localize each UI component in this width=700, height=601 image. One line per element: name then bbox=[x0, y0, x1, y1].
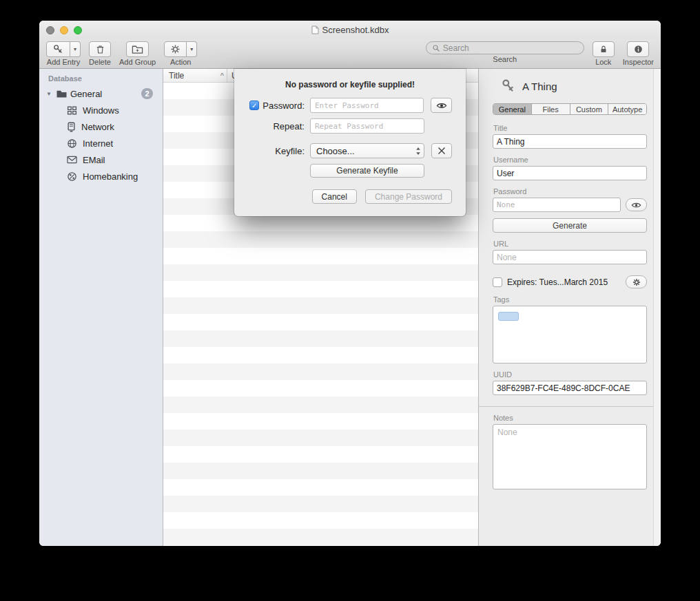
inspector-label: Inspector bbox=[623, 58, 654, 66]
dialog-actions: Cancel Change Password bbox=[234, 189, 452, 204]
password-checkbox[interactable]: ✓ bbox=[249, 101, 259, 110]
dropdown-arrows-icon bbox=[415, 147, 421, 156]
window-title-group: Screenshot.kdbx bbox=[311, 25, 389, 35]
action-dropdown[interactable]: ▾ bbox=[187, 41, 197, 57]
generate-button-label: Generate bbox=[553, 221, 587, 231]
dialog-password-label: Password: bbox=[262, 101, 305, 111]
search-field[interactable] bbox=[426, 41, 584, 54]
keyfile-dropdown[interactable]: Choose... bbox=[310, 143, 424, 158]
minimize-button[interactable] bbox=[60, 26, 68, 34]
entry-title: A Thing bbox=[522, 81, 557, 92]
expires-label: Expires: Tues...March 2015 bbox=[507, 277, 608, 287]
dialog-reveal-password-button[interactable] bbox=[431, 98, 452, 113]
trash-icon bbox=[95, 44, 105, 55]
title-field[interactable] bbox=[493, 134, 647, 149]
windows-icon bbox=[67, 106, 77, 115]
sidebar-item-homebanking[interactable]: Homebanking bbox=[39, 168, 163, 184]
search-input[interactable] bbox=[443, 43, 578, 53]
delete-label: Delete bbox=[89, 58, 111, 66]
column-title-label: Title bbox=[169, 71, 184, 81]
action-button[interactable] bbox=[164, 41, 187, 57]
expires-checkbox[interactable] bbox=[493, 277, 502, 287]
password-row bbox=[493, 198, 647, 212]
sort-indicator-icon: ^ bbox=[220, 72, 224, 80]
cancel-button-label: Cancel bbox=[322, 192, 347, 202]
titlebar[interactable]: Screenshot.kdbx bbox=[39, 21, 661, 39]
inspector-button[interactable] bbox=[627, 41, 649, 57]
dialog-keyfile-row: Keyfile: Choose... bbox=[243, 143, 452, 158]
info-icon bbox=[633, 44, 644, 54]
inspector-header: A Thing bbox=[501, 78, 647, 94]
delete-button[interactable] bbox=[89, 41, 111, 57]
folder-plus-icon bbox=[132, 44, 143, 54]
tag-chip[interactable] bbox=[498, 312, 519, 321]
lock-group: Lock bbox=[593, 41, 615, 66]
notes-field[interactable] bbox=[493, 424, 647, 489]
add-entry-label: Add Entry bbox=[47, 58, 80, 66]
column-header-title[interactable]: Title ^ bbox=[163, 69, 227, 82]
password-field[interactable] bbox=[493, 198, 621, 212]
uuid-field-label: UUID bbox=[493, 370, 647, 379]
add-group-label: Add Group bbox=[119, 58, 156, 66]
sidebar-item-label: EMail bbox=[83, 155, 105, 165]
generate-password-button[interactable]: Generate bbox=[493, 218, 647, 233]
inspector-toggle-group: Inspector bbox=[623, 41, 654, 66]
reveal-password-button[interactable] bbox=[626, 198, 647, 211]
eye-icon bbox=[631, 202, 641, 209]
close-x-icon bbox=[438, 147, 446, 155]
window-title: Screenshot.kdbx bbox=[322, 25, 389, 35]
change-password-button-label: Change Password bbox=[375, 192, 442, 202]
username-field[interactable] bbox=[493, 166, 647, 180]
tags-field[interactable] bbox=[493, 306, 647, 363]
lock-button[interactable] bbox=[593, 41, 615, 57]
sidebar-item-label: Windows bbox=[83, 105, 119, 116]
change-password-button[interactable]: Change Password bbox=[365, 189, 452, 204]
gear-icon bbox=[632, 278, 641, 286]
inspector-scrollbar[interactable] bbox=[653, 69, 661, 546]
sidebar-item-general[interactable]: ▼ General 2 bbox=[39, 85, 163, 102]
tab-files[interactable]: Files bbox=[532, 104, 570, 114]
dialog-repeat-label: Repeat: bbox=[273, 121, 305, 131]
dialog-password-row: ✓ Password: bbox=[243, 98, 452, 113]
sidebar-item-windows[interactable]: Windows bbox=[39, 102, 163, 118]
sidebar-item-label: Homebanking bbox=[83, 171, 138, 182]
generate-keyfile-button[interactable]: Generate Keyfile bbox=[310, 164, 424, 178]
dialog-repeat-row: Repeat: bbox=[243, 118, 452, 134]
url-field[interactable] bbox=[493, 250, 647, 264]
add-entry-button[interactable] bbox=[46, 41, 70, 57]
sidebar-item-network[interactable]: Network bbox=[39, 118, 163, 135]
sidebar-item-email[interactable]: EMail bbox=[39, 151, 163, 168]
delete-group: Delete bbox=[89, 41, 111, 66]
expires-row: Expires: Tues...March 2015 bbox=[493, 275, 647, 288]
inspector-divider bbox=[479, 406, 661, 407]
inspector-tabs: General Files Custom Autotype bbox=[493, 103, 647, 115]
dialog-password-input[interactable] bbox=[310, 98, 424, 113]
sidebar-item-internet[interactable]: Internet bbox=[39, 135, 163, 151]
folder-icon bbox=[56, 89, 68, 98]
dialog-repeat-input[interactable] bbox=[310, 118, 424, 134]
search-icon bbox=[432, 44, 440, 52]
tab-custom[interactable]: Custom bbox=[570, 104, 609, 114]
envelope-icon bbox=[67, 156, 77, 164]
clear-keyfile-button[interactable] bbox=[431, 143, 452, 158]
traffic-lights bbox=[46, 26, 82, 34]
tab-autotype[interactable]: Autotype bbox=[608, 104, 646, 114]
disclosure-triangle-icon[interactable]: ▼ bbox=[46, 91, 53, 97]
uuid-field[interactable] bbox=[493, 381, 647, 395]
add-entry-dropdown[interactable]: ▾ bbox=[70, 41, 81, 57]
desktop-background: Screenshot.kdbx ▾ Add Entry bbox=[0, 0, 700, 601]
sidebar: Database ▼ General 2 Windows bbox=[39, 69, 163, 546]
inspector-panel: A Thing General Files Custom Autotype Ti… bbox=[479, 69, 661, 546]
generate-keyfile-label: Generate Keyfile bbox=[336, 166, 398, 176]
notes-field-label: Notes bbox=[493, 414, 647, 422]
expires-settings-button[interactable] bbox=[626, 275, 647, 288]
cancel-button[interactable]: Cancel bbox=[312, 189, 357, 204]
zoom-button[interactable] bbox=[74, 26, 82, 34]
add-group-button[interactable] bbox=[126, 41, 149, 57]
action-group: ▾ Action bbox=[164, 41, 197, 66]
close-button[interactable] bbox=[46, 26, 54, 34]
action-label: Action bbox=[170, 58, 192, 66]
tab-general[interactable]: General bbox=[493, 104, 532, 114]
sidebar-header: Database bbox=[39, 73, 163, 85]
dialog-message: No password or keyfile supplied! bbox=[234, 80, 466, 89]
